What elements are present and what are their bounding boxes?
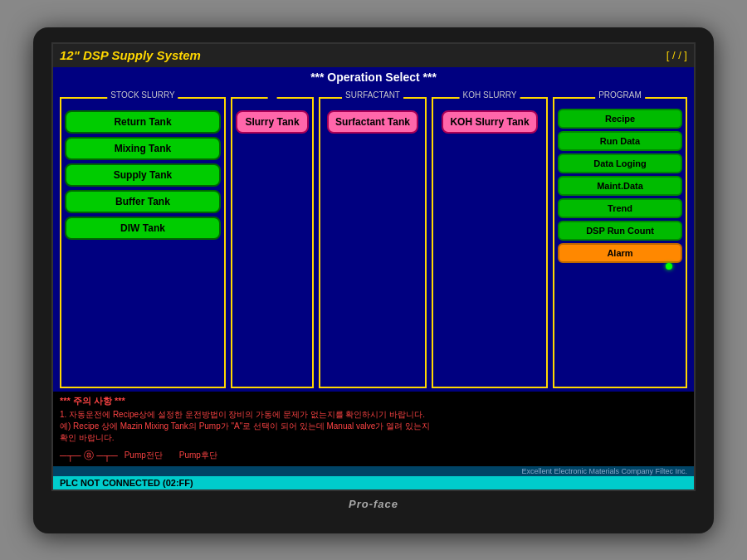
pipe-diagram: ─┬─ ⓐ ─┬─ <box>60 449 118 463</box>
koh-slurry-tank-button[interactable]: KOH Slurry Tank <box>442 110 537 134</box>
header-bar: 12" DSP Supply System [ / / ] <box>53 44 694 67</box>
buffer-tank-button[interactable]: Buffer Tank <box>65 190 221 213</box>
screen: 12" DSP Supply System [ / / ] *** Operat… <box>51 42 696 491</box>
koh-tank-container: KOH Slurry Tank <box>442 110 537 137</box>
supply-tank-button[interactable]: Supply Tank <box>65 163 221 187</box>
notice-line-1: 1. 자동운전에 Recipe상에 설정한 운전방법이 장비의 가동에 문제가 … <box>60 409 687 421</box>
sections-container: STOCK SLURRY Return Tank Mixing Tank Sup… <box>60 97 687 388</box>
data-loging-button[interactable]: Data Loging <box>558 153 682 173</box>
diw-tank-button[interactable]: DIW Tank <box>65 217 221 240</box>
slurry-tank-container: Slurry Tank <box>236 110 309 137</box>
recipe-button[interactable]: Recipe <box>558 109 682 129</box>
surfactant-tank-container: Surfactant Tank <box>327 110 418 137</box>
middle-sections: . Slurry Tank SURFACTANT Surfactant Tank <box>231 97 687 388</box>
brand-label: Pro-face <box>349 498 398 510</box>
notice-line-3: 확인 바랍니다. <box>60 432 687 444</box>
device-frame: 12" DSP Supply System [ / / ] *** Operat… <box>33 27 714 533</box>
program-label: PROGRAM <box>595 90 645 100</box>
slurry-tank-button[interactable]: Slurry Tank <box>236 110 309 134</box>
alarm-button[interactable]: Alarm <box>558 243 682 263</box>
pump-label-2: Pump후단 <box>179 450 217 461</box>
surfactant-label: SURFACTANT <box>342 90 403 100</box>
status-bar: PLC NOT CONNECTED (02:FF) <box>53 476 694 489</box>
surfactant-section: SURFACTANT Surfactant Tank <box>319 97 427 388</box>
program-section: PROGRAM Recipe Run Data Data Loging Main… <box>553 97 687 388</box>
slurry-tank-section-spacer: . <box>268 90 277 100</box>
run-data-button[interactable]: Run Data <box>558 131 682 151</box>
stock-slurry-label: STOCK SLURRY <box>107 90 178 100</box>
trend-button[interactable]: Trend <box>558 198 682 218</box>
led-indicator <box>666 263 672 270</box>
footer-company: Excellent Electronic Materials Company F… <box>53 466 694 476</box>
slurry-tank-section: . Slurry Tank <box>231 97 314 388</box>
koh-slurry-label: KOH SLURRY <box>460 90 520 100</box>
maint-data-button[interactable]: Maint.Data <box>558 176 682 196</box>
dsp-run-count-button[interactable]: DSP Run Count <box>558 221 682 241</box>
return-tank-button[interactable]: Return Tank <box>65 110 221 134</box>
header-title: 12" DSP Supply System <box>60 48 201 62</box>
notice-title: *** 주의 사항 *** <box>60 395 687 407</box>
right-sections-row: . Slurry Tank SURFACTANT Surfactant Tank <box>231 97 687 388</box>
pump-label-1: Pump전단 <box>124 450 163 461</box>
stock-slurry-section: STOCK SLURRY Return Tank Mixing Tank Sup… <box>60 97 226 388</box>
notice-area: *** 주의 사항 *** 1. 자동운전에 Recipe상에 설정한 운전방법… <box>53 392 694 466</box>
koh-section: KOH SLURRY KOH Slurry Tank <box>432 97 548 388</box>
program-buttons-container: Recipe Run Data Data Loging Maint.Data T… <box>558 109 682 265</box>
surfactant-tank-button[interactable]: Surfactant Tank <box>327 110 418 134</box>
notice-line-2: 예) Recipe 상에 Mazin Mixing Tank의 Pump가 "A… <box>60 421 687 432</box>
notice-diagram: ─┬─ ⓐ ─┬─ Pump전단 Pump후단 <box>60 449 687 463</box>
pump-labels: Pump전단 Pump후단 <box>124 450 217 461</box>
header-bracket: [ / / ] <box>666 49 687 61</box>
stock-buttons: Return Tank Mixing Tank Supply Tank Buff… <box>65 110 221 243</box>
operation-title: *** Operation Select *** <box>60 71 687 84</box>
status-text: PLC NOT CONNECTED (02:FF) <box>60 478 193 488</box>
main-content: *** Operation Select *** STOCK SLURRY Re… <box>53 67 694 392</box>
mixing-tank-button[interactable]: Mixing Tank <box>65 137 221 160</box>
